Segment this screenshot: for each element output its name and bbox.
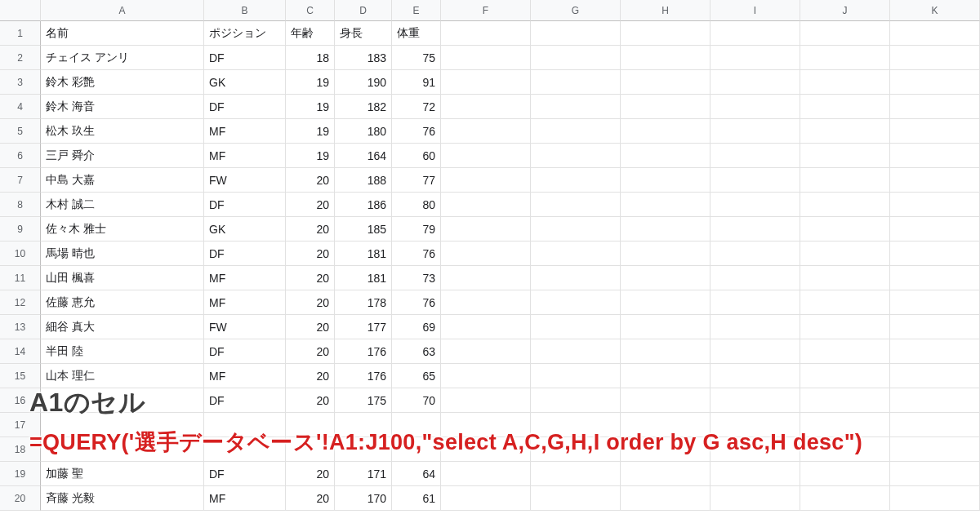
cell[interactable]: 181 xyxy=(335,241,392,266)
cell[interactable] xyxy=(890,437,980,462)
cell[interactable]: チェイス アンリ xyxy=(41,46,204,70)
cell[interactable] xyxy=(441,95,531,119)
cell[interactable] xyxy=(710,217,800,241)
cell[interactable]: 72 xyxy=(392,95,441,119)
row-header[interactable]: 7 xyxy=(0,168,41,193)
cell[interactable] xyxy=(531,21,621,46)
cell[interactable] xyxy=(800,486,890,511)
cell[interactable] xyxy=(890,119,980,144)
cell[interactable] xyxy=(441,144,531,168)
column-header-F[interactable]: F xyxy=(441,0,531,21)
cell[interactable] xyxy=(890,339,980,364)
cell[interactable] xyxy=(710,46,800,70)
cell[interactable] xyxy=(800,364,890,388)
cell[interactable]: 中島 大嘉 xyxy=(41,168,204,193)
column-header-D[interactable]: D xyxy=(335,0,392,21)
cell[interactable]: 19 xyxy=(286,144,335,168)
row-header[interactable]: 13 xyxy=(0,315,41,339)
cell[interactable] xyxy=(441,266,531,290)
cell[interactable] xyxy=(890,70,980,95)
cell[interactable]: DF xyxy=(204,241,286,266)
cell[interactable] xyxy=(621,290,710,315)
column-header-E[interactable]: E xyxy=(392,0,441,21)
cell[interactable] xyxy=(800,144,890,168)
cell[interactable] xyxy=(710,193,800,217)
column-header-H[interactable]: H xyxy=(621,0,710,21)
cell[interactable] xyxy=(531,46,621,70)
cell[interactable] xyxy=(621,168,710,193)
cell[interactable] xyxy=(890,462,980,486)
cell[interactable] xyxy=(890,266,980,290)
cell[interactable]: 186 xyxy=(335,193,392,217)
cell[interactable] xyxy=(531,339,621,364)
cell[interactable]: ポジション xyxy=(204,21,286,46)
cell[interactable]: DF xyxy=(204,462,286,486)
cell[interactable] xyxy=(800,339,890,364)
cell[interactable] xyxy=(441,241,531,266)
cell[interactable] xyxy=(621,21,710,46)
cell[interactable] xyxy=(621,46,710,70)
cell[interactable] xyxy=(710,168,800,193)
cell[interactable]: 松木 玖生 xyxy=(41,119,204,144)
column-header-I[interactable]: I xyxy=(710,0,800,21)
cell[interactable]: 70 xyxy=(392,388,441,413)
cell[interactable]: 20 xyxy=(286,339,335,364)
cell[interactable]: DF xyxy=(204,95,286,119)
cell[interactable] xyxy=(890,193,980,217)
cell[interactable] xyxy=(890,217,980,241)
cell[interactable] xyxy=(890,95,980,119)
row-header[interactable]: 12 xyxy=(0,290,41,315)
cell[interactable]: 19 xyxy=(286,95,335,119)
cell[interactable] xyxy=(800,168,890,193)
cell[interactable]: 木村 誠二 xyxy=(41,193,204,217)
cell[interactable] xyxy=(621,339,710,364)
cell[interactable]: 名前 xyxy=(41,21,204,46)
cell[interactable]: 175 xyxy=(335,388,392,413)
column-header-G[interactable]: G xyxy=(531,0,621,21)
cell[interactable]: 20 xyxy=(286,388,335,413)
cell[interactable] xyxy=(441,119,531,144)
cell[interactable]: 20 xyxy=(286,241,335,266)
cell[interactable] xyxy=(890,486,980,511)
cell[interactable]: 80 xyxy=(392,193,441,217)
cell[interactable] xyxy=(531,290,621,315)
cell[interactable] xyxy=(800,70,890,95)
cell[interactable]: GK xyxy=(204,217,286,241)
cell[interactable] xyxy=(710,364,800,388)
cell[interactable] xyxy=(441,486,531,511)
row-header[interactable]: 4 xyxy=(0,95,41,119)
cell[interactable] xyxy=(441,193,531,217)
column-header-C[interactable]: C xyxy=(286,0,335,21)
cell[interactable] xyxy=(890,21,980,46)
cell[interactable]: 半田 陸 xyxy=(41,339,204,364)
cell[interactable]: 79 xyxy=(392,217,441,241)
cell[interactable]: 馬場 晴也 xyxy=(41,241,204,266)
cell[interactable]: DF xyxy=(204,46,286,70)
cell[interactable] xyxy=(621,266,710,290)
cell[interactable] xyxy=(800,217,890,241)
cell[interactable] xyxy=(441,46,531,70)
cell[interactable]: 身長 xyxy=(335,21,392,46)
cell[interactable]: 190 xyxy=(335,70,392,95)
cell[interactable] xyxy=(441,217,531,241)
cell[interactable]: 91 xyxy=(392,70,441,95)
cell[interactable]: 19 xyxy=(286,119,335,144)
cell[interactable]: 188 xyxy=(335,168,392,193)
cell[interactable]: 19 xyxy=(286,70,335,95)
cell[interactable] xyxy=(531,486,621,511)
cell[interactable] xyxy=(531,193,621,217)
cell[interactable] xyxy=(441,21,531,46)
cell[interactable]: 164 xyxy=(335,144,392,168)
cell[interactable]: 年齢 xyxy=(286,21,335,46)
cell[interactable]: 20 xyxy=(286,168,335,193)
cell[interactable] xyxy=(441,168,531,193)
row-header[interactable]: 11 xyxy=(0,266,41,290)
cell[interactable]: MF xyxy=(204,144,286,168)
cell[interactable]: 20 xyxy=(286,486,335,511)
cell[interactable] xyxy=(531,388,621,413)
cell[interactable] xyxy=(800,290,890,315)
cell[interactable]: 176 xyxy=(335,364,392,388)
cell[interactable] xyxy=(531,364,621,388)
cell[interactable]: 69 xyxy=(392,315,441,339)
cell[interactable]: FW xyxy=(204,168,286,193)
